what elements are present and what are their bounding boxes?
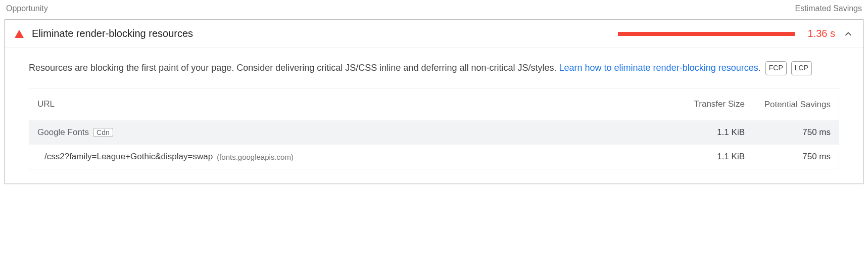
group-name: Google Fonts [37, 127, 89, 138]
estimated-savings-label: Estimated Savings [795, 4, 862, 13]
audit-description: Resources are blocking the first paint o… [29, 60, 839, 76]
chevron-up-icon [843, 29, 853, 39]
size-column-header: Transfer Size [654, 99, 745, 109]
description-text: Resources are blocking the first paint o… [29, 63, 559, 73]
lcp-badge: LCP [791, 61, 812, 75]
audit-section-header: Opportunity Estimated Savings [4, 4, 864, 19]
table-row: /css2?family=League+Gothic&display=swap … [29, 145, 839, 169]
savings-value: 1.36 s [803, 28, 835, 39]
audit-card: Eliminate render-blocking resources 1.36… [4, 19, 864, 184]
resource-domain: (fonts.googleapis.com) [217, 153, 294, 161]
table-header-row: URL Transfer Size Potential Savings [29, 88, 839, 121]
resource-savings: 750 ms [745, 152, 831, 162]
resource-path: /css2?family=League+Gothic&display=swap [44, 152, 213, 162]
description-suffix: . [758, 63, 761, 73]
opportunity-label: Opportunity [6, 4, 48, 13]
resources-table: URL Transfer Size Potential Savings Goog… [29, 88, 839, 170]
resource-size: 1.1 KiB [654, 152, 745, 162]
url-column-header: URL [37, 99, 654, 109]
group-savings: 750 ms [745, 127, 831, 138]
audit-summary-row[interactable]: Eliminate render-blocking resources 1.36… [5, 20, 863, 48]
cdn-badge: Cdn [93, 128, 113, 137]
savings-bar [618, 32, 795, 36]
fcp-badge: FCP [765, 61, 787, 75]
table-group-row: Google Fonts Cdn 1.1 KiB 750 ms [29, 120, 839, 145]
savings-column-header: Potential Savings [745, 99, 831, 111]
learn-more-link[interactable]: Learn how to eliminate render-blocking r… [559, 63, 758, 73]
audit-details: Resources are blocking the first paint o… [5, 48, 863, 184]
audit-title: Eliminate render-blocking resources [32, 28, 193, 39]
warning-triangle-icon [15, 30, 24, 38]
group-size: 1.1 KiB [654, 127, 745, 138]
